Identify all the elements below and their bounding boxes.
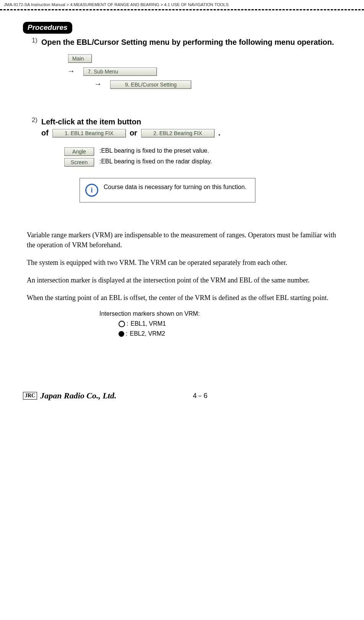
- ebl1-bearing-button[interactable]: 1. EBL1 Bearing FIX: [52, 129, 126, 137]
- paragraph-2: The system is equipped with two VRM. The…: [23, 258, 341, 268]
- open-circle-icon: [119, 321, 125, 327]
- breadcrumb-doc: JMA-9172-SA Instruction Manual: [4, 2, 65, 7]
- step-2-or: or: [130, 129, 137, 137]
- step-2-of: of: [41, 129, 49, 137]
- option-screen-row: Screen :EBL bearing is fixed on the rada…: [64, 158, 341, 166]
- step-1: 1) Open the EBL/Cursor Setting menu by p…: [23, 37, 341, 93]
- breadcrumb-sep: >: [67, 2, 69, 7]
- breadcrumb-section: 4.1 USE OF NAVIGATION TOOLS: [164, 2, 229, 7]
- menu-main-button[interactable]: Main: [68, 54, 92, 63]
- menu-ebl-button[interactable]: 9. EBL/Cursor Setting: [110, 80, 191, 89]
- menu-sub-button[interactable]: 7. Sub Menu: [83, 67, 157, 76]
- step-2-dot: .: [218, 129, 221, 137]
- marker-colon: :: [126, 330, 127, 337]
- step-2: 2) Left-click at the item button of 1. E…: [23, 116, 341, 202]
- filled-circle-icon: [119, 331, 124, 337]
- angle-button[interactable]: Angle: [64, 147, 94, 156]
- marker-2-label: EBL2, VRM2: [130, 330, 165, 337]
- brand-name: Japan Radio Co., Ltd.: [40, 391, 116, 401]
- arrow-icon: →: [67, 67, 75, 75]
- procedures-badge: Procedures: [23, 22, 72, 34]
- divider-dashed: [0, 9, 364, 10]
- page-footer: JRC Japan Radio Co., Ltd. 4－6: [23, 391, 341, 408]
- marker-1-label: EBL1, VRM1: [130, 320, 166, 327]
- step-1-heading: Open the EBL/Cursor Setting menu by perf…: [41, 37, 341, 47]
- intersection-markers-block: Intersection markers shown on VRM: : EBL…: [99, 310, 341, 337]
- angle-description: :EBL bearing is fixed to the preset valu…: [99, 147, 209, 154]
- breadcrumb: JMA-9172-SA Instruction Manual > 4.MEASU…: [0, 0, 364, 8]
- paragraph-3: An intersection marker is displayed at t…: [23, 275, 341, 285]
- step-1-number: 1): [23, 37, 41, 44]
- breadcrumb-chapter: 4.MEASUREMENT OF RANGE AND BEARING: [70, 2, 159, 7]
- paragraph-1: Variable range markers (VRM) are indispe…: [23, 230, 341, 250]
- info-note: i Course data is necessary for turning o…: [80, 178, 255, 202]
- arrow-icon: →: [94, 80, 102, 88]
- info-text: Course data is necessary for turning on …: [104, 183, 250, 191]
- screen-description: :EBL bearing is fixed on the radar displ…: [99, 158, 212, 165]
- option-angle-row: Angle :EBL bearing is fixed to the prese…: [64, 147, 341, 156]
- step-2-number: 2): [23, 116, 41, 124]
- screen-button[interactable]: Screen: [64, 158, 94, 166]
- info-icon: i: [85, 184, 98, 197]
- step-2-heading: Left-click at the item button: [41, 116, 341, 127]
- page-number: 4－6: [193, 391, 207, 400]
- menu-path: Main → 7. Sub Menu → 9. EBL/Cursor Setti…: [68, 54, 341, 89]
- paragraph-4: When the starting point of an EBL is off…: [23, 293, 341, 303]
- ebl2-bearing-button[interactable]: 2. EBL2 Bearing FIX: [141, 129, 214, 137]
- jrc-logo: JRC: [23, 392, 37, 400]
- markers-title: Intersection markers shown on VRM:: [99, 310, 341, 317]
- breadcrumb-sep: >: [161, 2, 163, 7]
- marker-colon: :: [127, 320, 128, 327]
